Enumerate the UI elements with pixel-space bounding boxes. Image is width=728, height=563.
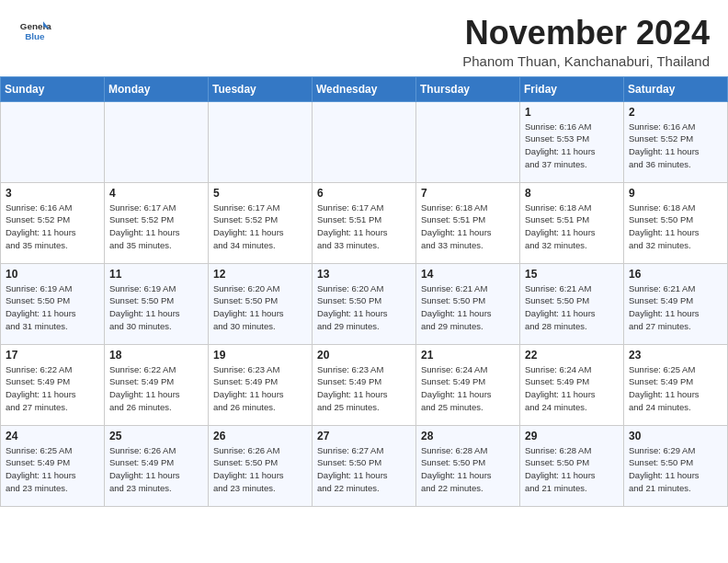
day-number: 26	[213, 430, 307, 442]
calendar-cell	[1, 101, 105, 182]
weekday-row: SundayMondayTuesdayWednesdayThursdayFrid…	[1, 76, 728, 101]
day-number: 6	[317, 187, 411, 200]
day-info: Sunrise: 6:16 AM Sunset: 5:53 PM Dayligh…	[525, 121, 619, 171]
day-info: Sunrise: 6:26 AM Sunset: 5:49 PM Dayligh…	[109, 444, 203, 495]
calendar-week-row: 1Sunrise: 6:16 AM Sunset: 5:53 PM Daylig…	[1, 101, 728, 182]
calendar-cell: 17Sunrise: 6:22 AM Sunset: 5:49 PM Dayli…	[1, 344, 105, 425]
day-number: 8	[525, 187, 619, 200]
day-info: Sunrise: 6:28 AM Sunset: 5:50 PM Dayligh…	[525, 444, 619, 495]
calendar-cell	[313, 101, 416, 182]
day-info: Sunrise: 6:21 AM Sunset: 5:49 PM Dayligh…	[629, 282, 722, 333]
calendar-cell: 26Sunrise: 6:26 AM Sunset: 5:50 PM Dayli…	[209, 425, 313, 506]
day-number: 28	[421, 430, 515, 442]
weekday-header-friday: Friday	[520, 76, 624, 101]
month-title: November 2024	[462, 15, 710, 52]
calendar-week-row: 17Sunrise: 6:22 AM Sunset: 5:49 PM Dayli…	[1, 344, 728, 425]
day-info: Sunrise: 6:23 AM Sunset: 5:49 PM Dayligh…	[213, 363, 307, 414]
calendar-cell: 16Sunrise: 6:21 AM Sunset: 5:49 PM Dayli…	[624, 263, 728, 344]
day-number: 23	[629, 349, 722, 362]
calendar-cell: 8Sunrise: 6:18 AM Sunset: 5:51 PM Daylig…	[520, 182, 624, 263]
logo: General Blue	[18, 15, 51, 48]
calendar-cell: 18Sunrise: 6:22 AM Sunset: 5:49 PM Dayli…	[105, 344, 209, 425]
day-number: 30	[629, 430, 722, 442]
weekday-header-sunday: Sunday	[1, 76, 105, 101]
weekday-header-wednesday: Wednesday	[313, 76, 416, 101]
day-info: Sunrise: 6:20 AM Sunset: 5:50 PM Dayligh…	[317, 282, 411, 333]
day-info: Sunrise: 6:21 AM Sunset: 5:50 PM Dayligh…	[421, 282, 515, 333]
day-number: 18	[109, 349, 203, 362]
day-info: Sunrise: 6:22 AM Sunset: 5:49 PM Dayligh…	[109, 363, 203, 414]
day-number: 16	[629, 268, 722, 281]
calendar-cell: 30Sunrise: 6:29 AM Sunset: 5:50 PM Dayli…	[624, 425, 728, 506]
calendar-week-row: 24Sunrise: 6:25 AM Sunset: 5:49 PM Dayli…	[1, 425, 728, 506]
day-number: 21	[421, 349, 515, 362]
weekday-header-saturday: Saturday	[624, 76, 728, 101]
day-number: 14	[421, 268, 515, 281]
weekday-header-thursday: Thursday	[416, 76, 520, 101]
page-header: General Blue November 2024 Phanom Thuan,…	[0, 0, 728, 76]
calendar-cell: 12Sunrise: 6:20 AM Sunset: 5:50 PM Dayli…	[209, 263, 313, 344]
day-number: 10	[6, 268, 99, 281]
day-number: 29	[525, 430, 619, 442]
calendar-cell: 2Sunrise: 6:16 AM Sunset: 5:52 PM Daylig…	[624, 101, 728, 182]
day-number: 12	[213, 268, 307, 281]
day-info: Sunrise: 6:18 AM Sunset: 5:50 PM Dayligh…	[629, 201, 722, 252]
calendar-cell: 20Sunrise: 6:23 AM Sunset: 5:49 PM Dayli…	[313, 344, 416, 425]
calendar-cell: 29Sunrise: 6:28 AM Sunset: 5:50 PM Dayli…	[520, 425, 624, 506]
day-info: Sunrise: 6:18 AM Sunset: 5:51 PM Dayligh…	[525, 201, 619, 252]
calendar-header: SundayMondayTuesdayWednesdayThursdayFrid…	[1, 76, 728, 101]
calendar-cell: 1Sunrise: 6:16 AM Sunset: 5:53 PM Daylig…	[520, 101, 624, 182]
day-number: 13	[317, 268, 411, 281]
calendar-cell: 6Sunrise: 6:17 AM Sunset: 5:51 PM Daylig…	[313, 182, 416, 263]
calendar-table: SundayMondayTuesdayWednesdayThursdayFrid…	[0, 76, 728, 507]
day-info: Sunrise: 6:19 AM Sunset: 5:50 PM Dayligh…	[109, 282, 203, 333]
calendar-cell: 3Sunrise: 6:16 AM Sunset: 5:52 PM Daylig…	[1, 182, 105, 263]
calendar-cell: 28Sunrise: 6:28 AM Sunset: 5:50 PM Dayli…	[416, 425, 520, 506]
day-number: 17	[6, 349, 99, 362]
day-number: 2	[629, 106, 722, 119]
day-number: 11	[109, 268, 203, 281]
title-block: November 2024 Phanom Thuan, Kanchanaburi…	[462, 15, 710, 69]
day-info: Sunrise: 6:27 AM Sunset: 5:50 PM Dayligh…	[317, 444, 411, 495]
day-info: Sunrise: 6:20 AM Sunset: 5:50 PM Dayligh…	[213, 282, 307, 333]
day-info: Sunrise: 6:23 AM Sunset: 5:49 PM Dayligh…	[317, 363, 411, 414]
day-info: Sunrise: 6:26 AM Sunset: 5:50 PM Dayligh…	[213, 444, 307, 495]
calendar-cell: 19Sunrise: 6:23 AM Sunset: 5:49 PM Dayli…	[209, 344, 313, 425]
calendar-week-row: 3Sunrise: 6:16 AM Sunset: 5:52 PM Daylig…	[1, 182, 728, 263]
day-info: Sunrise: 6:22 AM Sunset: 5:49 PM Dayligh…	[6, 363, 99, 414]
day-number: 24	[6, 430, 99, 442]
day-number: 27	[317, 430, 411, 442]
calendar-cell: 21Sunrise: 6:24 AM Sunset: 5:49 PM Dayli…	[416, 344, 520, 425]
day-info: Sunrise: 6:17 AM Sunset: 5:52 PM Dayligh…	[213, 201, 307, 252]
calendar-cell	[105, 101, 209, 182]
day-info: Sunrise: 6:29 AM Sunset: 5:50 PM Dayligh…	[629, 444, 722, 495]
day-info: Sunrise: 6:16 AM Sunset: 5:52 PM Dayligh…	[629, 121, 722, 171]
calendar-cell	[416, 101, 520, 182]
calendar-cell: 27Sunrise: 6:27 AM Sunset: 5:50 PM Dayli…	[313, 425, 416, 506]
location-subtitle: Phanom Thuan, Kanchanaburi, Thailand	[462, 53, 710, 69]
weekday-header-monday: Monday	[105, 76, 209, 101]
day-info: Sunrise: 6:24 AM Sunset: 5:49 PM Dayligh…	[525, 363, 619, 414]
day-info: Sunrise: 6:16 AM Sunset: 5:52 PM Dayligh…	[6, 201, 99, 252]
day-info: Sunrise: 6:19 AM Sunset: 5:50 PM Dayligh…	[6, 282, 99, 333]
day-info: Sunrise: 6:17 AM Sunset: 5:52 PM Dayligh…	[109, 201, 203, 252]
day-number: 19	[213, 349, 307, 362]
day-info: Sunrise: 6:28 AM Sunset: 5:50 PM Dayligh…	[421, 444, 515, 495]
day-info: Sunrise: 6:18 AM Sunset: 5:51 PM Dayligh…	[421, 201, 515, 252]
calendar-cell: 9Sunrise: 6:18 AM Sunset: 5:50 PM Daylig…	[624, 182, 728, 263]
day-info: Sunrise: 6:24 AM Sunset: 5:49 PM Dayligh…	[421, 363, 515, 414]
day-number: 4	[109, 187, 203, 200]
calendar-cell: 13Sunrise: 6:20 AM Sunset: 5:50 PM Dayli…	[313, 263, 416, 344]
calendar-cell: 22Sunrise: 6:24 AM Sunset: 5:49 PM Dayli…	[520, 344, 624, 425]
calendar-cell	[209, 101, 313, 182]
calendar-cell: 24Sunrise: 6:25 AM Sunset: 5:49 PM Dayli…	[1, 425, 105, 506]
day-info: Sunrise: 6:25 AM Sunset: 5:49 PM Dayligh…	[6, 444, 99, 495]
calendar-cell: 7Sunrise: 6:18 AM Sunset: 5:51 PM Daylig…	[416, 182, 520, 263]
svg-text:Blue: Blue	[25, 31, 45, 41]
calendar-cell: 11Sunrise: 6:19 AM Sunset: 5:50 PM Dayli…	[105, 263, 209, 344]
day-number: 15	[525, 268, 619, 281]
day-number: 25	[109, 430, 203, 442]
calendar-cell: 4Sunrise: 6:17 AM Sunset: 5:52 PM Daylig…	[105, 182, 209, 263]
day-info: Sunrise: 6:25 AM Sunset: 5:49 PM Dayligh…	[629, 363, 722, 414]
calendar-cell: 5Sunrise: 6:17 AM Sunset: 5:52 PM Daylig…	[209, 182, 313, 263]
